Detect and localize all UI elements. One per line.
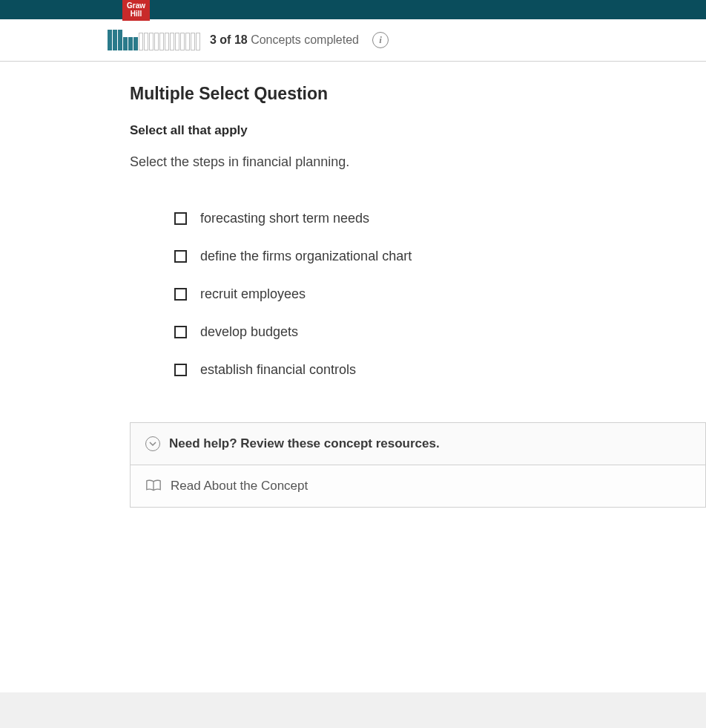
question-instruction: Select all that apply (130, 123, 706, 138)
progress-segment (123, 37, 128, 50)
option-item[interactable]: forecasting short term needs (174, 211, 706, 226)
progress-segment (118, 30, 122, 50)
question-prompt: Select the steps in financial planning. (130, 154, 706, 170)
progress-segment (180, 33, 185, 50)
option-label: define the firms organizational chart (200, 249, 412, 264)
checkbox-icon[interactable] (174, 326, 187, 338)
resource-link[interactable]: Read About the Concept (131, 465, 705, 507)
progress-text: 3 of 18 Concepts completed (210, 33, 359, 47)
progress-segment (191, 33, 195, 50)
checkbox-icon[interactable] (174, 212, 187, 225)
option-label: forecasting short term needs (200, 211, 369, 226)
progress-label: Concepts completed (248, 33, 359, 46)
chevron-down-icon (145, 436, 160, 451)
option-item[interactable]: recruit employees (174, 286, 706, 302)
option-label: recruit employees (200, 286, 306, 302)
progress-segment (113, 30, 117, 50)
progress-segment (159, 33, 164, 50)
progress-segment (175, 33, 179, 50)
checkbox-icon[interactable] (174, 250, 187, 263)
progress-segment (108, 30, 112, 50)
option-item[interactable]: develop budgets (174, 324, 706, 340)
options-list: forecasting short term needs define the … (130, 211, 706, 378)
brand-line2: Hill (127, 10, 145, 18)
checkbox-icon[interactable] (174, 288, 187, 301)
progress-segment (149, 33, 154, 50)
progress-segment (185, 33, 190, 50)
question-type-heading: Multiple Select Question (130, 84, 706, 104)
progress-count: 3 of 18 (210, 33, 248, 46)
brand-logo: Graw Hill (122, 0, 150, 21)
progress-section: 3 of 18 Concepts completed i (0, 19, 706, 62)
checkbox-icon[interactable] (174, 364, 187, 376)
resource-label: Read About the Concept (171, 479, 308, 493)
progress-segment (165, 33, 169, 50)
question-content: Multiple Select Question Select all that… (0, 62, 706, 692)
help-header-text: Need help? Review these concept resource… (169, 436, 440, 451)
progress-segment (128, 37, 133, 50)
top-nav-bar: Graw Hill (0, 0, 706, 19)
book-icon (145, 479, 162, 493)
progress-segment (170, 33, 174, 50)
option-label: establish financial controls (200, 362, 356, 378)
info-icon[interactable]: i (372, 32, 389, 48)
progress-segment (139, 33, 143, 50)
brand-line1: Graw (127, 1, 145, 10)
option-item[interactable]: define the firms organizational chart (174, 249, 706, 264)
option-label: develop budgets (200, 324, 298, 340)
progress-segment (144, 33, 148, 50)
help-section: Need help? Review these concept resource… (130, 422, 706, 508)
help-header[interactable]: Need help? Review these concept resource… (131, 423, 705, 465)
progress-indicator (108, 30, 201, 50)
progress-segment (154, 33, 159, 50)
option-item[interactable]: establish financial controls (174, 362, 706, 378)
progress-segment (196, 33, 200, 50)
progress-segment (133, 37, 138, 50)
